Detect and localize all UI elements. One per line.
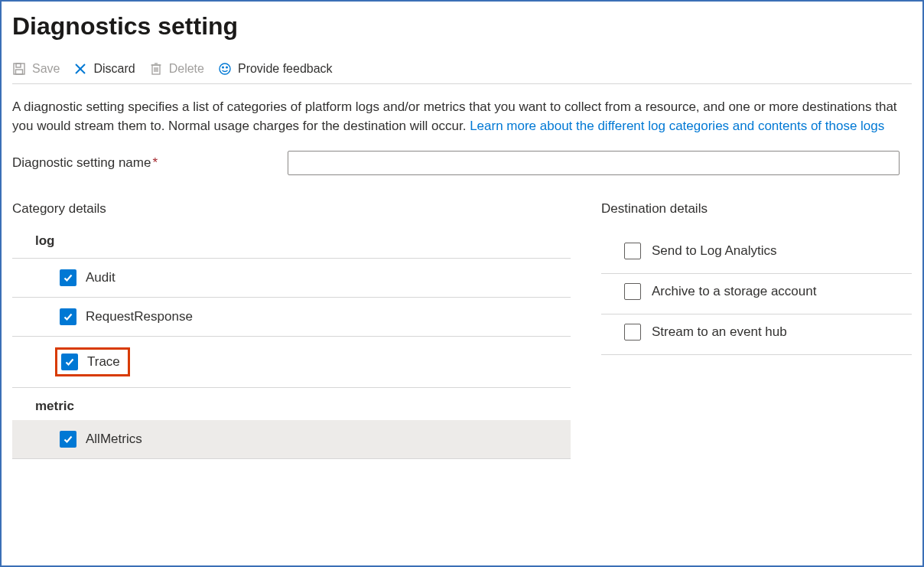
feedback-label: Provide feedback	[238, 62, 333, 76]
log-row-requestresponse[interactable]: RequestResponse	[12, 298, 571, 337]
dest-row-log-analytics[interactable]: Send to Log Analytics	[601, 233, 912, 274]
learn-more-link[interactable]: Learn more about the different log categ…	[470, 119, 884, 133]
close-icon	[73, 62, 87, 76]
log-label-trace: Trace	[87, 354, 120, 370]
checkbox-storage[interactable]	[624, 283, 641, 300]
name-field-label: Diagnostic setting name*	[12, 155, 288, 171]
feedback-button[interactable]: Provide feedback	[218, 62, 333, 76]
dest-label-storage: Archive to a storage account	[652, 284, 816, 299]
category-title: Category details	[12, 201, 571, 217]
checkbox-requestresponse[interactable]	[60, 308, 76, 325]
log-row-trace[interactable]: Trace	[12, 337, 571, 388]
category-column: Category details log Audit RequestRespon…	[12, 201, 571, 459]
log-label-requestresponse: RequestResponse	[86, 309, 193, 324]
metric-row-allmetrics[interactable]: AllMetrics	[12, 420, 571, 459]
log-label-audit: Audit	[86, 270, 116, 285]
dest-label-log-analytics: Send to Log Analytics	[652, 243, 777, 259]
save-icon	[12, 62, 26, 76]
name-field-label-text: Diagnostic setting name	[12, 155, 151, 170]
svg-point-11	[220, 64, 230, 74]
name-field-row: Diagnostic setting name*	[12, 151, 912, 175]
svg-rect-2	[16, 70, 23, 74]
checkbox-log-analytics[interactable]	[624, 243, 641, 259]
destination-column: Destination details Send to Log Analytic…	[601, 201, 912, 459]
svg-point-12	[223, 67, 224, 68]
dest-row-event-hub[interactable]: Stream to an event hub	[601, 314, 912, 355]
checkbox-audit[interactable]	[60, 269, 76, 286]
save-button[interactable]: Save	[12, 62, 60, 76]
smiley-icon	[218, 62, 232, 76]
discard-button[interactable]: Discard	[73, 62, 135, 76]
toolbar: Save Discard Delete Provide feedback	[12, 62, 912, 84]
metric-label-allmetrics: AllMetrics	[86, 432, 142, 447]
delete-button[interactable]: Delete	[149, 62, 204, 76]
description-text: A diagnostic setting specifies a list of…	[12, 98, 912, 135]
trace-highlight-box: Trace	[55, 347, 130, 376]
checkbox-allmetrics[interactable]	[60, 431, 76, 448]
checkbox-trace[interactable]	[61, 354, 78, 370]
discard-label: Discard	[93, 62, 135, 76]
svg-rect-1	[16, 64, 21, 67]
required-indicator: *	[152, 155, 158, 170]
checkbox-event-hub[interactable]	[624, 324, 641, 341]
destination-title: Destination details	[601, 201, 912, 217]
page-title: Diagnostics setting	[12, 12, 912, 41]
svg-point-13	[226, 67, 228, 68]
save-label: Save	[32, 62, 60, 76]
diagnostic-name-input[interactable]	[288, 151, 900, 175]
metric-group-label: metric	[12, 388, 571, 420]
log-group-label: log	[12, 233, 571, 259]
dest-label-event-hub: Stream to an event hub	[652, 324, 787, 340]
delete-label: Delete	[169, 62, 204, 76]
dest-row-storage[interactable]: Archive to a storage account	[601, 274, 912, 314]
log-row-audit[interactable]: Audit	[12, 259, 571, 298]
trash-icon	[149, 62, 163, 76]
